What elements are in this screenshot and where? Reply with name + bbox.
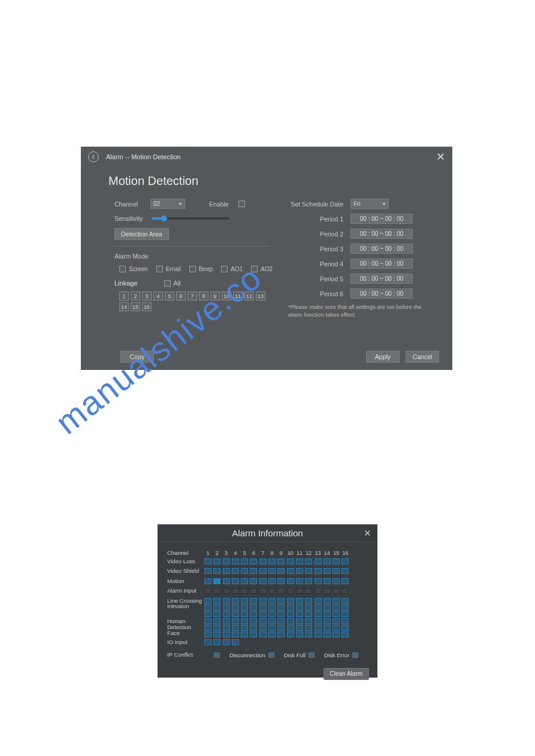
alarm-indicator (268, 605, 276, 611)
screen-checkbox[interactable] (119, 266, 126, 272)
channel-col-15: 15 (333, 550, 340, 556)
alarm-indicator (296, 618, 303, 624)
alarm-indicator (204, 598, 211, 604)
period-2-range[interactable]: 00 : 00 ~ 00 : 00 (350, 229, 413, 239)
alarm-indicator (287, 578, 294, 584)
ao1-checkbox[interactable] (221, 266, 228, 272)
linkage-channel-5[interactable]: 5 (165, 292, 174, 300)
cancel-button[interactable]: Cancel (406, 351, 439, 363)
linkage-channel-14[interactable]: 14 (119, 302, 129, 311)
alarm-indicator (296, 558, 303, 564)
alarm-indicator (305, 598, 312, 604)
linkage-channel-13[interactable]: 13 (256, 292, 265, 300)
alarm-indicator (315, 568, 322, 574)
alarm-indicator (296, 625, 303, 631)
alarm-indicator (232, 598, 239, 604)
alarm-indicator (277, 631, 285, 637)
alarm-indicator (204, 639, 211, 645)
alarm-indicator (324, 568, 331, 574)
alarm-indicator (333, 568, 340, 574)
alarm-indicator (241, 618, 248, 624)
period-1-range[interactable]: 00 : 00 ~ 00 : 00 (350, 214, 413, 224)
clean-alarm-button[interactable]: Clean Alarm (324, 668, 369, 680)
divider (114, 246, 269, 247)
enable-checkbox[interactable] (238, 201, 245, 207)
date-value: Fri (353, 201, 361, 207)
linkage-channel-8[interactable]: 8 (199, 292, 208, 300)
alarm-indicator (223, 631, 230, 637)
alarm-indicator (223, 618, 230, 624)
alarm-mode-label: Alarm Mode (114, 253, 288, 260)
channel-col-11: 11 (296, 550, 303, 556)
linkage-channel-4[interactable]: 4 (153, 292, 163, 300)
alarm-indicator (277, 558, 285, 564)
schedule-note: *Please make sure that all settings are … (288, 303, 426, 319)
alarm-indicator (241, 611, 248, 617)
channel-col-9: 9 (277, 550, 285, 556)
detection-area-button[interactable]: Detection Area (114, 228, 169, 240)
close-icon[interactable]: ✕ (436, 150, 445, 163)
alarm-indicator (287, 631, 294, 637)
linkage-channel-7[interactable]: 7 (188, 292, 197, 300)
period-3-range[interactable]: 00 : 00 ~ 00 : 00 (350, 244, 413, 254)
motion-detection-dialog: Alarm -- Motion Detection ✕ Motion Detec… (81, 147, 452, 370)
alarm-indicator (324, 625, 331, 631)
alarm-indicator (341, 588, 349, 594)
alarm-indicator (324, 598, 331, 604)
linkage-channel-15[interactable]: 15 (131, 302, 140, 311)
copy-button[interactable]: Copy (120, 351, 154, 363)
channel-col-5: 5 (241, 550, 248, 556)
linkage-channel-3[interactable]: 3 (142, 292, 152, 300)
linkage-channel-6[interactable]: 6 (176, 292, 186, 300)
alarm-indicator (241, 568, 248, 574)
alarm-indicator (333, 588, 340, 594)
alarm-indicator (259, 578, 267, 584)
linkage-channel-10[interactable]: 10 (222, 292, 231, 300)
alarm-indicator (333, 578, 340, 584)
alarm-indicator (287, 568, 294, 574)
alarm-indicator (259, 631, 267, 637)
alarm-indicator (241, 598, 248, 604)
email-checkbox[interactable] (156, 266, 163, 272)
channel-select[interactable]: 02 (150, 199, 185, 209)
alarm-indicator (241, 588, 248, 594)
row-label: Human Detection Face (167, 618, 204, 636)
alarm-indicator (204, 558, 211, 564)
alarm-indicator (324, 605, 331, 611)
linkage-channel-16[interactable]: 16 (142, 302, 152, 311)
alarm-indicator (296, 611, 303, 617)
channel-col-16: 16 (341, 550, 349, 556)
period-5-range[interactable]: 00 : 00 ~ 00 : 00 (350, 274, 413, 284)
all-label: All (174, 280, 181, 287)
sensitivity-slider[interactable] (152, 217, 229, 220)
linkage-channel-2[interactable]: 2 (131, 292, 140, 300)
beep-checkbox[interactable] (189, 266, 196, 272)
period-4-range[interactable]: 00 : 00 ~ 00 : 00 (350, 259, 413, 269)
linkage-channel-11[interactable]: 11 (233, 292, 243, 300)
row-label: Alarm Input (167, 588, 204, 594)
alarm-indicator (315, 618, 322, 624)
ao2-checkbox[interactable] (251, 266, 258, 272)
linkage-channel-9[interactable]: 9 (210, 292, 220, 300)
channel-col-3: 3 (223, 550, 230, 556)
linkage-channel-1[interactable]: 1 (119, 292, 129, 300)
alarm-indicator (287, 611, 294, 617)
period-6-range[interactable]: 00 : 00 ~ 00 : 00 (350, 289, 413, 299)
channel-col-14: 14 (324, 550, 331, 556)
alarm-indicator (324, 588, 331, 594)
alarm-indicator (287, 605, 294, 611)
close-icon[interactable]: ✕ (364, 528, 371, 539)
alarm-indicator (287, 618, 294, 624)
alarm-indicator (213, 588, 220, 594)
apply-button[interactable]: Apply (366, 351, 400, 363)
back-icon[interactable] (88, 151, 99, 162)
alarm-indicator (341, 618, 349, 624)
chevron-down-icon (179, 203, 182, 205)
channel-col-2: 2 (213, 550, 220, 556)
all-checkbox[interactable] (164, 280, 171, 287)
alarm-indicator (287, 588, 294, 594)
disconnection-indicator (268, 652, 274, 658)
date-select[interactable]: Fri (350, 199, 389, 209)
linkage-channel-12[interactable]: 12 (244, 292, 254, 300)
alarm-indicator (223, 568, 230, 574)
